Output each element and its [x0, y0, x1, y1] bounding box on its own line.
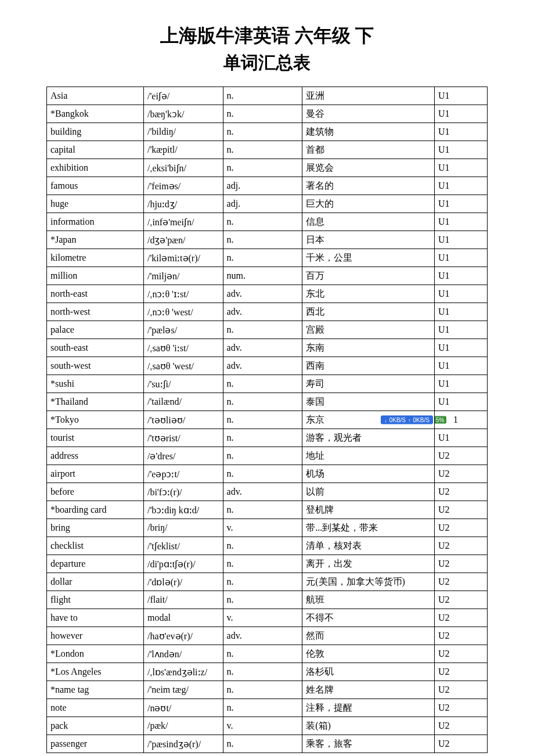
word-cell: *London: [47, 645, 144, 663]
table-row: *name tag/'neim tæg/n.姓名牌U2: [47, 681, 488, 699]
pos-cell: adv.: [223, 627, 302, 645]
pos-cell: n.: [223, 681, 302, 699]
ipa-cell: /'dɒlə(r)/: [143, 573, 223, 591]
unit-cell: U2: [434, 483, 487, 501]
table-row: *Bangkok/bæŋ'kɔk/n.曼谷U1: [47, 105, 488, 123]
unit-cell: U1: [434, 87, 487, 105]
table-row: south-east/ˌsaʊθ 'iːst/adv.东南U1: [47, 339, 488, 357]
pos-cell: n.: [223, 537, 302, 555]
ipa-cell: /bæŋ'kɔk/: [143, 105, 223, 123]
unit-cell: U1: [434, 321, 487, 339]
unit-cell: U1: [434, 375, 487, 393]
unit-cell: U1: [434, 213, 487, 231]
network-speed-overlay: ↓0KB/S↑0KB/S: [381, 416, 433, 424]
table-row: have tomodalv.不得不U2: [47, 609, 488, 627]
meaning-cell: 不得不: [302, 609, 435, 627]
table-row: tourist/'tʊərist/n.游客，观光者U1: [47, 429, 488, 447]
table-row: *Japan/dʒə'pæn/n.日本U1: [47, 231, 488, 249]
meaning-cell: 注释，提醒: [302, 699, 435, 717]
ipa-cell: /ə'dres/: [143, 447, 223, 465]
table-row: building/'bildiŋ/n.建筑物U1: [47, 123, 488, 141]
meaning-cell: 寿司: [302, 375, 435, 393]
table-row: exhibition/ˌeksi'biʃn/n.展览会U1: [47, 159, 488, 177]
word-cell: north-east: [47, 285, 144, 303]
word-cell: dollar: [47, 573, 144, 591]
table-row: *Thailand/'tailænd/n.泰国U1: [47, 393, 488, 411]
pos-cell: n.: [223, 465, 302, 483]
pos-cell: n.: [223, 429, 302, 447]
meaning-text: 东京: [306, 415, 324, 424]
unit-cell: U2: [434, 699, 487, 717]
word-cell: airport: [47, 465, 144, 483]
ipa-cell: /nəʊt/: [143, 699, 223, 717]
meaning-cell: 装(箱): [302, 717, 435, 735]
pos-cell: adj.: [223, 195, 302, 213]
ipa-cell: /dʒə'pæn/: [143, 231, 223, 249]
pos-cell: adv.: [223, 357, 302, 375]
page-subtitle: 单词汇总表: [46, 51, 488, 75]
pos-cell: adv.: [223, 339, 302, 357]
unit-cell: U2: [434, 717, 487, 735]
pos-cell: n.: [223, 447, 302, 465]
pos-cell: n.: [223, 591, 302, 609]
table-row: north-west/ˌnɔːθ 'west/adv.西北U1: [47, 303, 488, 321]
word-cell: tourist: [47, 429, 144, 447]
word-cell: famous: [47, 177, 144, 195]
meaning-cell: 机场: [302, 465, 435, 483]
ipa-cell: /'miljən/: [143, 267, 223, 285]
table-row: flight/flait/n.航班U2: [47, 591, 488, 609]
table-row: north-east/ˌnɔːθ 'ɪːst/adv.东北U1: [47, 285, 488, 303]
pos-cell: n.: [223, 555, 302, 573]
meaning-cell: 泰国: [302, 393, 435, 411]
meaning-cell: 亚洲: [302, 87, 435, 105]
table-row: *sushi/'suːʃi/n.寿司U1: [47, 375, 488, 393]
unit-cell: U2: [434, 537, 487, 555]
table-row: departure/di'pɑːtʃə(r)/n.离开，出发U2: [47, 555, 488, 573]
meaning-cell: 离开，出发: [302, 555, 435, 573]
word-cell: south-east: [47, 339, 144, 357]
word-cell: *Tokyo: [47, 411, 144, 429]
word-cell: Asia: [47, 87, 144, 105]
meaning-cell: 宫殿: [302, 321, 435, 339]
word-cell: passenger: [47, 735, 144, 753]
table-row: *boarding card/'bɔːdiŋ kɑːd/n.登机牌U2: [47, 501, 488, 519]
pos-cell: n.: [223, 411, 302, 429]
percent-overlay: 5%: [434, 416, 446, 424]
word-cell: *Bangkok: [47, 105, 144, 123]
unit-cell: U1: [434, 393, 487, 411]
ipa-cell: /'bildiŋ/: [143, 123, 223, 141]
unit-cell: U2: [434, 501, 487, 519]
meaning-cell: 地址: [302, 447, 435, 465]
pos-cell: n.: [223, 87, 302, 105]
ipa-cell: /'lʌndən/: [143, 645, 223, 663]
meaning-cell: 游客，观光者: [302, 429, 435, 447]
ipa-cell: /ˌeksi'biʃn/: [143, 159, 223, 177]
table-row: however/haʊ'evə(r)/adv.然而U2: [47, 627, 488, 645]
unit-cell: U1: [434, 285, 487, 303]
meaning-cell: 元(美国，加拿大等货币): [302, 573, 435, 591]
pos-cell: v.: [223, 717, 302, 735]
word-cell: capital: [47, 141, 144, 159]
word-cell: kilometre: [47, 249, 144, 267]
word-cell: pack: [47, 717, 144, 735]
pos-cell: n.: [223, 663, 302, 681]
ipa-cell: /'kæpitl/: [143, 141, 223, 159]
pos-cell: n.: [223, 213, 302, 231]
unit-cell: U2: [434, 465, 487, 483]
download-arrow-icon: ↓: [384, 417, 387, 423]
ipa-cell: /'bɔːdiŋ kɑːd/: [143, 501, 223, 519]
word-cell: *sushi: [47, 375, 144, 393]
unit-cell: U1: [434, 195, 487, 213]
word-cell: *Los Angeles: [47, 663, 144, 681]
table-row: pack/pæk/v.装(箱)U2: [47, 717, 488, 735]
pos-cell: n.: [223, 501, 302, 519]
ipa-cell: /'pæləs/: [143, 321, 223, 339]
unit-cell: U1: [434, 123, 487, 141]
meaning-cell: 建筑物: [302, 123, 435, 141]
meaning-cell: 曼谷: [302, 105, 435, 123]
ipa-cell: modal: [143, 609, 223, 627]
pos-cell: n.: [223, 699, 302, 717]
ipa-cell: /'eiʃə/: [143, 87, 223, 105]
meaning-cell: 以前: [302, 483, 435, 501]
table-row: airport/'eəpɔːt/n.机场U2: [47, 465, 488, 483]
